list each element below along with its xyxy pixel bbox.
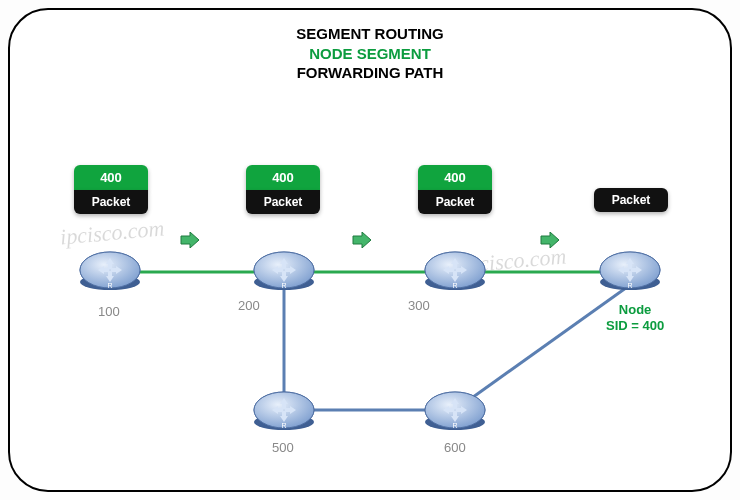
arrow-right-icon bbox=[180, 232, 200, 248]
node-sid-label: Node SID = 400 bbox=[606, 302, 664, 333]
router-label: 500 bbox=[272, 440, 294, 455]
arrow-right-icon bbox=[352, 232, 372, 248]
svg-text:R: R bbox=[107, 282, 112, 289]
router-label: 300 bbox=[408, 298, 430, 313]
router-icon: R bbox=[425, 252, 485, 290]
router-icon: R bbox=[425, 392, 485, 430]
svg-text:R: R bbox=[452, 282, 457, 289]
svg-line-2 bbox=[455, 285, 630, 410]
router-label: 600 bbox=[444, 440, 466, 455]
node-sid-line1: Node bbox=[606, 302, 664, 318]
router-icon: R bbox=[254, 252, 314, 290]
svg-text:R: R bbox=[281, 282, 286, 289]
diagram-frame: SEGMENT ROUTING NODE SEGMENT FORWARDING … bbox=[8, 8, 732, 492]
svg-text:R: R bbox=[627, 282, 632, 289]
router-icon: R bbox=[600, 252, 660, 290]
arrow-right-icon bbox=[540, 232, 560, 248]
svg-text:R: R bbox=[452, 422, 457, 429]
svg-text:R: R bbox=[281, 422, 286, 429]
node-sid-line2: SID = 400 bbox=[606, 318, 664, 334]
topology-canvas: R R R R R R bbox=[10, 10, 730, 490]
router-label: 100 bbox=[98, 304, 120, 319]
router-icon: R bbox=[254, 392, 314, 430]
router-icon: R bbox=[80, 252, 140, 290]
router-label: 200 bbox=[238, 298, 260, 313]
